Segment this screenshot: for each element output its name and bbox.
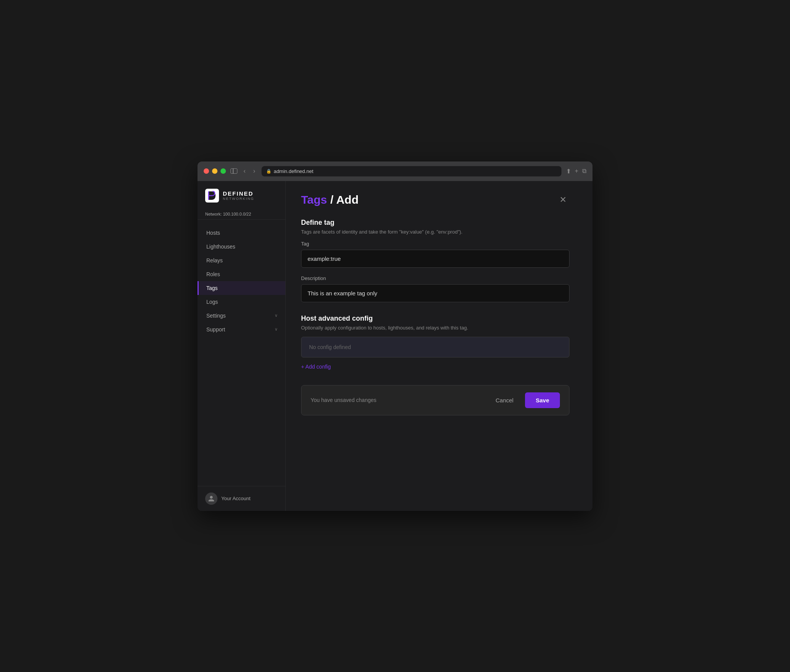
- traffic-light-green[interactable]: [221, 168, 226, 174]
- chevron-down-icon: ∨: [275, 327, 278, 332]
- sidebar-item-roles-label: Roles: [206, 271, 220, 277]
- tag-input[interactable]: [301, 250, 569, 268]
- add-config-button[interactable]: + Add config: [301, 364, 331, 370]
- add-config-label: + Add config: [301, 364, 331, 370]
- sidebar-item-support-label: Support: [206, 326, 225, 333]
- tag-label: Tag: [301, 241, 569, 247]
- form-footer: You have unsaved changes Cancel Save: [301, 385, 569, 415]
- traffic-light-red[interactable]: [204, 168, 209, 174]
- account-label: Your Account: [221, 496, 250, 501]
- config-box: No config defined: [301, 337, 569, 357]
- sidebar-item-tags[interactable]: Tags: [198, 281, 285, 295]
- sidebar: DEFINED NETWORKING Network: 100.100.0.0/…: [198, 181, 286, 511]
- address-bar[interactable]: 🔒 admin.defined.net: [262, 166, 561, 176]
- form-panel: Tags / Add ✕ Define tag Tags are facets …: [286, 181, 585, 428]
- browser-forward-button[interactable]: ›: [252, 167, 257, 175]
- close-button[interactable]: ✕: [556, 194, 569, 206]
- save-button[interactable]: Save: [525, 392, 560, 408]
- sidebar-item-hosts-label: Hosts: [206, 230, 220, 236]
- sidebar-item-support[interactable]: Support ∨: [198, 323, 285, 336]
- tag-form-group: Tag: [301, 241, 569, 268]
- description-form-group: Description: [301, 275, 569, 302]
- cancel-button[interactable]: Cancel: [489, 393, 520, 407]
- sidebar-item-logs-label: Logs: [206, 299, 218, 305]
- sidebar-item-lighthouses[interactable]: Lighthouses: [198, 240, 285, 254]
- logo-text: DEFINED NETWORKING: [223, 190, 254, 201]
- app-layout: DEFINED NETWORKING Network: 100.100.0.0/…: [198, 181, 592, 511]
- sidebar-item-tags-label: Tags: [206, 285, 218, 291]
- browser-back-button[interactable]: ‹: [242, 167, 247, 175]
- sidebar-toggle-icon[interactable]: [230, 168, 237, 174]
- new-tab-icon[interactable]: +: [575, 168, 578, 175]
- sidebar-nav: Hosts Lighthouses Relays Roles Tags Logs: [198, 223, 285, 486]
- page-title: Tags / Add: [301, 193, 359, 206]
- logo-mark: [205, 189, 219, 203]
- unsaved-changes-text: You have unsaved changes: [311, 397, 377, 403]
- save-label: Save: [536, 397, 549, 404]
- browser-window: ‹ › 🔒 admin.defined.net ⬆ + ⧉ DEF: [198, 161, 592, 511]
- host-advanced-config-section: Host advanced config Optionally apply co…: [301, 315, 569, 370]
- main-content: Tags / Add ✕ Define tag Tags are facets …: [286, 181, 592, 511]
- no-config-text: No config defined: [309, 344, 351, 350]
- sidebar-item-lighthouses-label: Lighthouses: [206, 244, 235, 250]
- browser-actions: ⬆ + ⧉: [566, 168, 586, 175]
- chevron-down-icon: ∨: [275, 313, 278, 318]
- traffic-lights: [204, 168, 226, 174]
- network-badge: Network: 100.100.0.0/22: [198, 209, 285, 220]
- host-advanced-config-title: Host advanced config: [301, 315, 569, 323]
- brand-sub: NETWORKING: [223, 197, 254, 201]
- sidebar-item-relays[interactable]: Relays: [198, 254, 285, 267]
- browser-titlebar: ‹ › 🔒 admin.defined.net ⬆ + ⧉: [198, 161, 592, 181]
- page-header: Tags / Add ✕: [301, 193, 569, 206]
- sidebar-item-roles[interactable]: Roles: [198, 267, 285, 281]
- avatar: [205, 492, 217, 505]
- sidebar-item-settings[interactable]: Settings ∨: [198, 309, 285, 323]
- host-advanced-config-description: Optionally apply configuration to hosts,…: [301, 325, 569, 331]
- define-tag-description: Tags are facets of identity and take the…: [301, 229, 569, 235]
- description-input[interactable]: [301, 284, 569, 302]
- define-tag-section: Define tag Tags are facets of identity a…: [301, 219, 569, 302]
- windows-icon[interactable]: ⧉: [582, 168, 586, 175]
- traffic-light-yellow[interactable]: [212, 168, 217, 174]
- sidebar-item-settings-label: Settings: [206, 313, 226, 319]
- define-tag-title: Define tag: [301, 219, 569, 227]
- footer-actions: Cancel Save: [489, 392, 560, 408]
- sidebar-item-logs[interactable]: Logs: [198, 295, 285, 309]
- sidebar-footer[interactable]: Your Account: [198, 486, 285, 511]
- lock-icon: 🔒: [266, 169, 272, 174]
- url-text: admin.defined.net: [274, 168, 313, 174]
- page-title-tags: Tags: [301, 193, 327, 206]
- sidebar-item-relays-label: Relays: [206, 257, 223, 264]
- page-title-add: / Add: [327, 193, 359, 206]
- description-label: Description: [301, 275, 569, 281]
- share-icon[interactable]: ⬆: [566, 168, 571, 175]
- sidebar-item-hosts[interactable]: Hosts: [198, 226, 285, 240]
- cancel-label: Cancel: [495, 397, 514, 404]
- brand-name: DEFINED: [223, 190, 254, 197]
- sidebar-logo: DEFINED NETWORKING: [198, 181, 285, 209]
